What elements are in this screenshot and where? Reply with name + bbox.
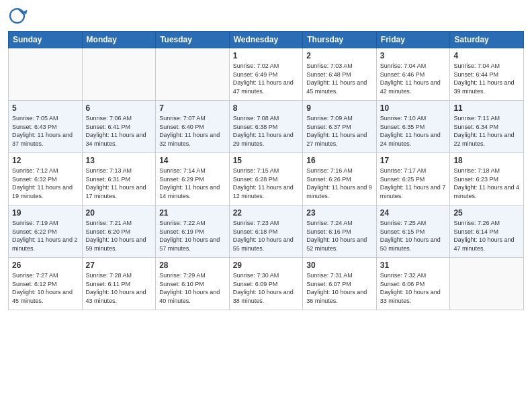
day-number: 23: [306, 208, 373, 218]
calendar-cell: 11Sunrise: 7:11 AM Sunset: 6:34 PM Dayli…: [450, 101, 524, 153]
calendar-cell: [9, 48, 83, 101]
day-info: Sunrise: 7:12 AM Sunset: 6:32 PM Dayligh…: [12, 167, 79, 200]
day-number: 31: [380, 261, 447, 270]
day-info: Sunrise: 7:11 AM Sunset: 6:34 PM Dayligh…: [453, 114, 520, 148]
day-info: Sunrise: 7:18 AM Sunset: 6:23 PM Dayligh…: [453, 167, 520, 200]
calendar-cell: 3Sunrise: 7:04 AM Sunset: 6:46 PM Daylig…: [376, 48, 450, 101]
day-number: 19: [12, 208, 79, 218]
calendar-header-thursday: Thursday: [303, 32, 377, 48]
day-info: Sunrise: 7:14 AM Sunset: 6:29 PM Dayligh…: [159, 167, 226, 200]
day-number: 11: [453, 103, 520, 113]
calendar-table: SundayMondayTuesdayWednesdayThursdayFrid…: [8, 31, 524, 310]
calendar-cell: 30Sunrise: 7:31 AM Sunset: 6:07 PM Dayli…: [303, 258, 377, 310]
day-info: Sunrise: 7:02 AM Sunset: 6:49 PM Dayligh…: [233, 62, 300, 95]
week-row-1: 1Sunrise: 7:02 AM Sunset: 6:49 PM Daylig…: [9, 48, 524, 101]
calendar-cell: 24Sunrise: 7:25 AM Sunset: 6:15 PM Dayli…: [376, 205, 450, 258]
day-number: 5: [12, 103, 79, 113]
week-row-2: 5Sunrise: 7:05 AM Sunset: 6:43 PM Daylig…: [9, 101, 524, 153]
day-number: 25: [453, 208, 520, 218]
day-number: 1: [233, 51, 300, 60]
day-info: Sunrise: 7:10 AM Sunset: 6:35 PM Dayligh…: [380, 114, 447, 148]
logo-icon: [8, 7, 28, 27]
calendar-cell: 2Sunrise: 7:03 AM Sunset: 6:48 PM Daylig…: [303, 48, 377, 101]
day-info: Sunrise: 7:25 AM Sunset: 6:15 PM Dayligh…: [380, 219, 447, 253]
calendar-cell: 29Sunrise: 7:30 AM Sunset: 6:09 PM Dayli…: [229, 258, 303, 310]
day-info: Sunrise: 7:31 AM Sunset: 6:07 PM Dayligh…: [306, 271, 373, 305]
day-number: 18: [453, 156, 520, 165]
calendar-cell: 26Sunrise: 7:27 AM Sunset: 6:12 PM Dayli…: [9, 258, 83, 310]
day-info: Sunrise: 7:30 AM Sunset: 6:09 PM Dayligh…: [233, 271, 300, 305]
day-number: 30: [306, 261, 373, 270]
day-number: 16: [306, 156, 373, 165]
day-number: 13: [86, 156, 152, 165]
calendar-header-sunday: Sunday: [9, 32, 83, 48]
day-number: 4: [453, 51, 520, 60]
day-info: Sunrise: 7:22 AM Sunset: 6:19 PM Dayligh…: [159, 219, 226, 253]
day-number: 9: [306, 103, 373, 113]
day-number: 6: [86, 103, 152, 113]
calendar-header-monday: Monday: [82, 32, 156, 48]
calendar-cell: 10Sunrise: 7:10 AM Sunset: 6:35 PM Dayli…: [376, 101, 450, 153]
day-info: Sunrise: 7:24 AM Sunset: 6:16 PM Dayligh…: [306, 219, 373, 253]
day-number: 20: [86, 208, 152, 218]
calendar-header-tuesday: Tuesday: [156, 32, 230, 48]
day-info: Sunrise: 7:05 AM Sunset: 6:43 PM Dayligh…: [12, 114, 79, 148]
day-info: Sunrise: 7:07 AM Sunset: 6:40 PM Dayligh…: [159, 114, 226, 148]
calendar-header-wednesday: Wednesday: [229, 32, 303, 48]
day-info: Sunrise: 7:32 AM Sunset: 6:06 PM Dayligh…: [380, 271, 447, 305]
week-row-5: 26Sunrise: 7:27 AM Sunset: 6:12 PM Dayli…: [9, 258, 524, 310]
calendar-cell: 14Sunrise: 7:14 AM Sunset: 6:29 PM Dayli…: [156, 153, 230, 205]
day-number: 24: [380, 208, 447, 218]
day-number: 21: [159, 208, 226, 218]
day-number: 7: [159, 103, 226, 113]
calendar-header-friday: Friday: [376, 32, 450, 48]
calendar-cell: 15Sunrise: 7:15 AM Sunset: 6:28 PM Dayli…: [229, 153, 303, 205]
calendar-cell: 1Sunrise: 7:02 AM Sunset: 6:49 PM Daylig…: [229, 48, 303, 101]
day-info: Sunrise: 7:29 AM Sunset: 6:10 PM Dayligh…: [159, 271, 226, 305]
page: SundayMondayTuesdayWednesdayThursdayFrid…: [0, 0, 532, 411]
day-number: 10: [380, 103, 447, 113]
calendar-cell: 8Sunrise: 7:08 AM Sunset: 6:38 PM Daylig…: [229, 101, 303, 153]
day-number: 2: [306, 51, 373, 60]
week-row-4: 19Sunrise: 7:19 AM Sunset: 6:22 PM Dayli…: [9, 205, 524, 258]
day-info: Sunrise: 7:28 AM Sunset: 6:11 PM Dayligh…: [86, 271, 152, 305]
day-info: Sunrise: 7:26 AM Sunset: 6:14 PM Dayligh…: [453, 219, 520, 253]
day-info: Sunrise: 7:16 AM Sunset: 6:26 PM Dayligh…: [306, 167, 373, 200]
day-number: 22: [233, 208, 300, 218]
calendar-cell: [82, 48, 156, 101]
day-info: Sunrise: 7:21 AM Sunset: 6:20 PM Dayligh…: [86, 219, 152, 253]
day-number: 26: [12, 261, 79, 270]
day-info: Sunrise: 7:03 AM Sunset: 6:48 PM Dayligh…: [306, 62, 373, 95]
day-number: 12: [12, 156, 79, 165]
calendar-cell: 4Sunrise: 7:04 AM Sunset: 6:44 PM Daylig…: [450, 48, 524, 101]
calendar-header-saturday: Saturday: [450, 32, 524, 48]
calendar-cell: 22Sunrise: 7:23 AM Sunset: 6:18 PM Dayli…: [229, 205, 303, 258]
calendar-cell: 19Sunrise: 7:19 AM Sunset: 6:22 PM Dayli…: [9, 205, 83, 258]
calendar-cell: [450, 258, 524, 310]
calendar-cell: 25Sunrise: 7:26 AM Sunset: 6:14 PM Dayli…: [450, 205, 524, 258]
calendar-cell: [156, 48, 230, 101]
day-info: Sunrise: 7:19 AM Sunset: 6:22 PM Dayligh…: [12, 219, 79, 253]
day-number: 8: [233, 103, 300, 113]
calendar-cell: 28Sunrise: 7:29 AM Sunset: 6:10 PM Dayli…: [156, 258, 230, 310]
day-number: 29: [233, 261, 300, 270]
calendar-cell: 18Sunrise: 7:18 AM Sunset: 6:23 PM Dayli…: [450, 153, 524, 205]
calendar-cell: 21Sunrise: 7:22 AM Sunset: 6:19 PM Dayli…: [156, 205, 230, 258]
calendar-cell: 20Sunrise: 7:21 AM Sunset: 6:20 PM Dayli…: [82, 205, 156, 258]
calendar-header-row: SundayMondayTuesdayWednesdayThursdayFrid…: [9, 32, 524, 48]
calendar-cell: 9Sunrise: 7:09 AM Sunset: 6:37 PM Daylig…: [303, 101, 377, 153]
calendar-cell: 12Sunrise: 7:12 AM Sunset: 6:32 PM Dayli…: [9, 153, 83, 205]
day-info: Sunrise: 7:17 AM Sunset: 6:25 PM Dayligh…: [380, 167, 447, 200]
calendar-cell: 17Sunrise: 7:17 AM Sunset: 6:25 PM Dayli…: [376, 153, 450, 205]
calendar-cell: 31Sunrise: 7:32 AM Sunset: 6:06 PM Dayli…: [376, 258, 450, 310]
day-number: 28: [159, 261, 226, 270]
day-info: Sunrise: 7:09 AM Sunset: 6:37 PM Dayligh…: [306, 114, 373, 148]
calendar-cell: 13Sunrise: 7:13 AM Sunset: 6:31 PM Dayli…: [82, 153, 156, 205]
day-number: 3: [380, 51, 447, 60]
header: [8, 7, 524, 27]
calendar-cell: 16Sunrise: 7:16 AM Sunset: 6:26 PM Dayli…: [303, 153, 377, 205]
week-row-3: 12Sunrise: 7:12 AM Sunset: 6:32 PM Dayli…: [9, 153, 524, 205]
day-info: Sunrise: 7:04 AM Sunset: 6:46 PM Dayligh…: [380, 62, 447, 95]
day-info: Sunrise: 7:08 AM Sunset: 6:38 PM Dayligh…: [233, 114, 300, 148]
day-info: Sunrise: 7:27 AM Sunset: 6:12 PM Dayligh…: [12, 271, 79, 305]
